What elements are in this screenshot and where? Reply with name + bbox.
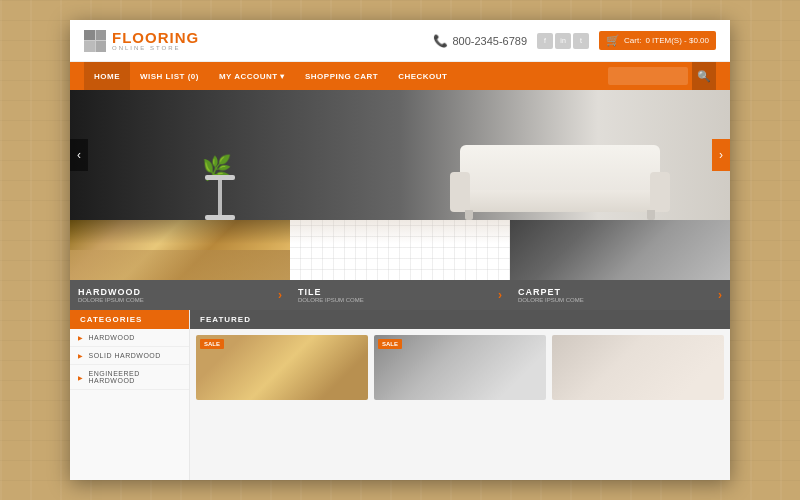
category-hardwood[interactable]: HARDWOOD DOLORE IPSUM COME › [70, 220, 290, 310]
sidebar: CATEGORIES ▶ HARDWOOD ▶ SOLID HARDWOOD ▶… [70, 310, 190, 480]
cart-button[interactable]: 🛒 Cart: 0 ITEM(S) - $0.00 [599, 31, 716, 50]
sofa-decoration [450, 130, 670, 220]
featured-grid: Sale Sale [190, 329, 730, 406]
phone-number: 800-2345-6789 [452, 35, 527, 47]
sidebar-item-solid[interactable]: ▶ SOLID HARDWOOD [70, 347, 189, 365]
nav-checkout[interactable]: CHECKOUT [388, 62, 457, 90]
hardwood-image [70, 220, 290, 280]
categories-header: CATEGORIES [70, 310, 189, 329]
logo-text-area: FLOORING ONLINE STORE [112, 30, 199, 51]
main-content: FEATURED Sale Sale [190, 310, 730, 480]
logo-area: FLOORING ONLINE STORE [84, 30, 199, 52]
featured-item-3[interactable] [552, 335, 724, 400]
sofa-leg-left [465, 210, 473, 220]
phone-area: 📞 800-2345-6789 [433, 34, 527, 48]
bottom-section: CATEGORIES ▶ HARDWOOD ▶ SOLID HARDWOOD ▶… [70, 310, 730, 480]
search-button[interactable]: 🔍 [692, 62, 716, 90]
carpet-sub: DOLORE IPSUM COME [518, 297, 584, 303]
featured-item-1[interactable]: Sale [196, 335, 368, 400]
site-header: FLOORING ONLINE STORE 📞 800-2345-6789 f … [70, 20, 730, 62]
hardwood-arrow: › [278, 288, 282, 302]
table-stem [218, 180, 222, 215]
search-input[interactable] [608, 67, 688, 85]
carpet-text: CARPET DOLORE IPSUM COME [518, 287, 584, 303]
featured-header: FEATURED [190, 310, 730, 329]
nav-wishlist[interactable]: WISH LIST (0) [130, 62, 209, 90]
sidebar-label-hardwood: HARDWOOD [89, 334, 135, 341]
logo-text: FLOORING [112, 30, 199, 45]
tile-overlay: TILE DOLORE IPSUM COME › [290, 280, 510, 310]
sofa-seat [455, 190, 665, 212]
nav-cart[interactable]: SHOPPING CART [295, 62, 388, 90]
website-container: FLOORING ONLINE STORE 📞 800-2345-6789 f … [70, 20, 730, 480]
logo-first: FLOOR [112, 29, 170, 46]
sidebar-item-engineered[interactable]: ▶ ENGINEERED HARDWOOD [70, 365, 189, 390]
cart-icon: 🛒 [606, 34, 620, 47]
category-tile[interactable]: TILE DOLORE IPSUM COME › [290, 220, 510, 310]
nav-bar: HOME WISH LIST (0) MY ACCOUNT ▾ SHOPPING… [70, 62, 730, 90]
hero-prev-button[interactable]: ‹ [70, 139, 88, 171]
plant-table [205, 175, 235, 220]
carpet-arrow: › [718, 288, 722, 302]
social-icons: f in t [537, 33, 589, 49]
sidebar-item-hardwood[interactable]: ▶ HARDWOOD [70, 329, 189, 347]
nav-home[interactable]: HOME [84, 62, 130, 90]
carpet-title: CARPET [518, 287, 584, 297]
category-row: HARDWOOD DOLORE IPSUM COME › TILE DOLORE… [70, 220, 730, 310]
bullet-icon: ▶ [78, 352, 84, 359]
tile-sub: DOLORE IPSUM COME [298, 297, 364, 303]
featured-item-2[interactable]: Sale [374, 335, 546, 400]
bullet-icon: ▶ [78, 334, 84, 341]
bullet-icon: ▶ [78, 374, 84, 381]
sofa-arm-right [650, 172, 670, 212]
facebook-button[interactable]: f [537, 33, 553, 49]
carpet-overlay: CARPET DOLORE IPSUM COME › [510, 280, 730, 310]
hardwood-overlay: HARDWOOD DOLORE IPSUM COME › [70, 280, 290, 310]
linkedin-button[interactable]: in [555, 33, 571, 49]
sidebar-label-engineered: ENGINEERED HARDWOOD [89, 370, 182, 384]
cart-items: 0 ITEM(S) - $0.00 [645, 36, 709, 45]
header-right: 📞 800-2345-6789 f in t 🛒 Cart: 0 ITEM(S)… [433, 31, 716, 50]
plant-decoration: 🌿 [200, 140, 240, 220]
tile-arrow: › [498, 288, 502, 302]
sidebar-label-solid: SOLID HARDWOOD [89, 352, 161, 359]
logo-sub: ONLINE STORE [112, 45, 199, 51]
logo-icon [84, 30, 106, 52]
hardwood-text: HARDWOOD DOLORE IPSUM COME [78, 287, 144, 303]
category-carpet[interactable]: CARPET DOLORE IPSUM COME › [510, 220, 730, 310]
search-icon: 🔍 [697, 70, 711, 83]
sale-badge-1: Sale [200, 339, 224, 349]
tile-image [290, 220, 510, 280]
hardwood-title: HARDWOOD [78, 287, 144, 297]
sofa-leg-right [647, 210, 655, 220]
logo-accent: ING [170, 29, 200, 46]
tile-title: TILE [298, 287, 364, 297]
phone-icon: 📞 [433, 34, 448, 48]
hero-next-button[interactable]: › [712, 139, 730, 171]
nav-myaccount[interactable]: MY ACCOUNT ▾ [209, 62, 295, 90]
carpet-image [510, 220, 730, 280]
sofa-arm-left [450, 172, 470, 212]
hardwood-sub: DOLORE IPSUM COME [78, 297, 144, 303]
twitter-button[interactable]: t [573, 33, 589, 49]
hero-slider: 🌿 ‹ › [70, 90, 730, 220]
cart-label: Cart: [624, 36, 641, 45]
tile-text: TILE DOLORE IPSUM COME [298, 287, 364, 303]
sale-badge-2: Sale [378, 339, 402, 349]
